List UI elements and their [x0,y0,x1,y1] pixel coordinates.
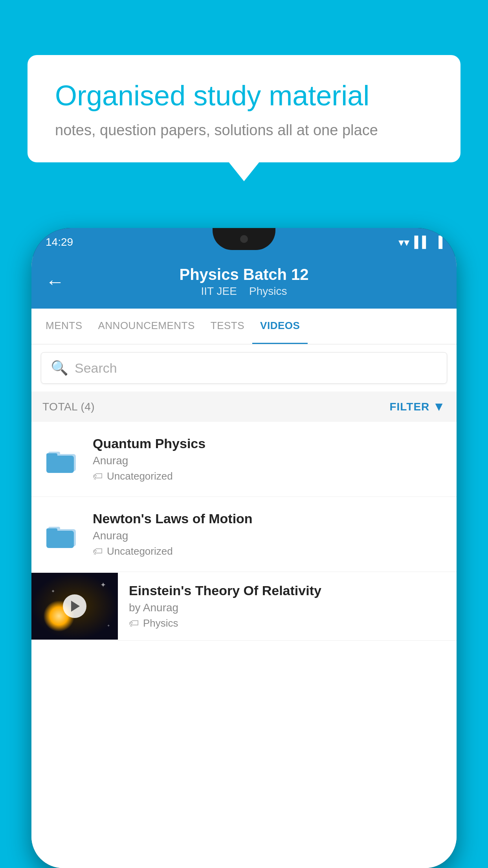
video-author: Anurag [93,530,446,542]
star-3: ✦ [107,623,110,628]
video-list: Quantum Physics Anurag 🏷 Uncategorized [31,422,457,868]
list-item[interactable]: ✦ ✦ ✦ Einstein's Theory Of Relativity by… [31,572,457,641]
tag-icon: 🏷 [93,470,103,482]
header-subtitle-iitjee: IIT JEE [201,285,237,297]
video-tag: 🏷 Uncategorized [93,545,446,557]
video-author: Anurag [93,454,446,467]
status-bar: 14:29 ▾▾ ▌▌ ▐ [31,228,457,256]
search-icon: 🔍 [51,360,68,376]
phone-notch [213,228,275,250]
svg-rect-3 [46,453,57,459]
status-icons: ▾▾ ▌▌ ▐ [398,236,442,249]
video-tag: 🏷 Physics [129,617,446,629]
speech-bubble: Organised study material notes, question… [28,55,460,162]
tab-videos[interactable]: VIDEOS [252,309,308,344]
phone-screen: ← Physics Batch 12 IIT JEE Physics MENTS… [31,256,457,868]
app-header: ← Physics Batch 12 IIT JEE Physics [31,256,457,309]
search-bar[interactable]: 🔍 Search [41,352,447,384]
video-title: Quantum Physics [93,436,446,451]
search-input[interactable]: Search [75,360,117,376]
speech-bubble-title: Organised study material [55,79,433,112]
speech-bubble-subtitle: notes, question papers, solutions all at… [55,122,433,139]
play-button[interactable] [63,594,86,618]
header-subtitle: IIT JEE Physics [76,285,412,298]
video-info: Newton's Laws of Motion Anurag 🏷 Uncateg… [93,511,446,557]
video-thumbnail: ✦ ✦ ✦ [31,573,118,640]
video-title: Newton's Laws of Motion [93,511,446,526]
signal-icon: ▌▌ [414,236,430,248]
header-subtitle-physics: Physics [249,285,287,297]
header-title: Physics Batch 12 [76,266,412,283]
filter-bar: TOTAL (4) FILTER ▼ [31,392,457,422]
video-tag-text: Uncategorized [107,545,173,557]
header-title-group: Physics Batch 12 IIT JEE Physics [76,266,412,298]
filter-label: FILTER [389,401,429,413]
tab-tests[interactable]: TESTS [203,309,252,344]
star-1: ✦ [100,581,106,589]
video-author: by Anurag [129,601,446,614]
wifi-icon: ▾▾ [398,236,409,249]
video-title: Einstein's Theory Of Relativity [129,583,446,598]
star-2: ✦ [51,588,55,594]
folder-icon [42,445,82,473]
tab-ments[interactable]: MENTS [38,309,90,344]
phone-frame: 14:29 ▾▾ ▌▌ ▐ ← Physics Batch 12 IIT JEE… [31,228,457,868]
tabs-bar: MENTS ANNOUNCEMENTS TESTS VIDEOS [31,309,457,344]
tag-icon: 🏷 [129,617,139,629]
play-triangle-icon [71,601,80,612]
camera-dot [240,235,248,243]
video-info: Quantum Physics Anurag 🏷 Uncategorized [93,436,446,482]
tag-icon: 🏷 [93,545,103,557]
svg-rect-7 [46,528,57,534]
list-item[interactable]: Quantum Physics Anurag 🏷 Uncategorized [31,422,457,497]
total-count: TOTAL (4) [42,401,95,413]
video-info: Einstein's Theory Of Relativity by Anura… [118,572,457,640]
folder-icon [42,520,82,548]
filter-funnel-icon: ▼ [433,399,446,414]
status-time: 14:29 [46,236,73,248]
video-tag-text: Uncategorized [107,470,173,482]
video-tag-text: Physics [143,617,178,629]
video-tag: 🏷 Uncategorized [93,470,446,482]
back-button[interactable]: ← [46,271,64,292]
list-item[interactable]: Newton's Laws of Motion Anurag 🏷 Uncateg… [31,497,457,572]
speech-bubble-container: Organised study material notes, question… [28,55,460,162]
battery-icon: ▐ [435,236,442,248]
filter-button[interactable]: FILTER ▼ [389,399,446,414]
tab-announcements[interactable]: ANNOUNCEMENTS [90,309,203,344]
